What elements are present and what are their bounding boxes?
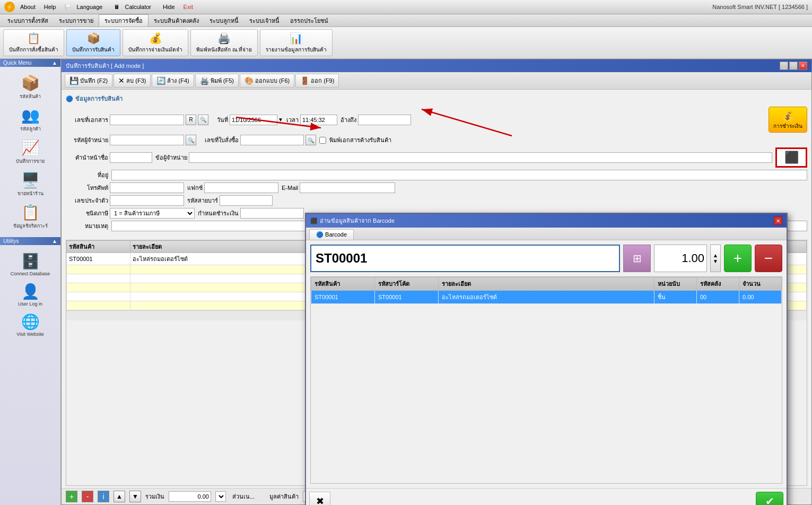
connect-db-icon: 🗄️ bbox=[21, 252, 40, 270]
utilities-header: Utilitys ▲ bbox=[0, 237, 60, 245]
sidebar-item-product[interactable]: 📦 รหัสสินค้า bbox=[2, 71, 58, 103]
col-unit: หน่วยนับ bbox=[654, 277, 697, 291]
qty-display: 1.00 bbox=[654, 245, 707, 272]
menu-setup[interactable]: ระบบการตั้งรหัส bbox=[2, 15, 54, 27]
btn-deposit[interactable]: 💰 บันทึกการจ่ายเงินมัดจำ bbox=[123, 29, 188, 56]
menu-purchase[interactable]: ระบบการจัดซื้อ bbox=[99, 14, 149, 27]
cancel-icon: ✖ bbox=[316, 495, 324, 505]
dialog-title-icon: ⬛ bbox=[310, 217, 318, 224]
result-qty: 0.00 bbox=[739, 291, 782, 304]
svg-line-1 bbox=[422, 109, 512, 136]
dialog-tab-barcode[interactable]: 🔵 Barcode bbox=[309, 229, 354, 240]
help-menu[interactable]: Help bbox=[41, 3, 59, 11]
btn-receive-goods[interactable]: 📦 บันทึกการรับสินค้า bbox=[66, 29, 120, 56]
menu-ar[interactable]: ระบบลูกหนี้ bbox=[204, 15, 244, 27]
result-barcode: ST00001 bbox=[375, 291, 439, 304]
btn-purchase-order[interactable]: 📋 บันทึกการสั่งซื้อสินค้า bbox=[3, 29, 64, 56]
dialog-close-btn[interactable]: ✕ bbox=[774, 216, 782, 225]
app-logo: ⚡ bbox=[4, 2, 15, 12]
table-row[interactable]: ST00001 ST00001 อะไหล่รถมอเตอร์ไซด์ ชิ้น… bbox=[311, 291, 782, 304]
barcode-input-row: ⊞ 1.00 ▲▼ + − bbox=[310, 245, 782, 272]
sidebar-item-customer[interactable]: 👥 รหัสลูกค้า bbox=[2, 103, 58, 136]
print-wht-icon: 🖨️ bbox=[217, 32, 231, 45]
quickmenu-collapse[interactable]: ▲ bbox=[52, 60, 57, 66]
sidebar-item-user-login[interactable]: 👤 User Log in bbox=[2, 280, 58, 310]
user-login-icon: 👤 bbox=[21, 283, 40, 300]
title-bar: ⚡ About Help 🏳️ Language 🖩 Calculator Hi… bbox=[0, 0, 812, 14]
about-menu[interactable]: About bbox=[17, 3, 39, 11]
dialog-footer: ✖ ✔ bbox=[306, 488, 787, 505]
col-qty: จำนวน bbox=[739, 277, 782, 291]
pos-icon: 🖥️ bbox=[21, 171, 40, 189]
dialog-tab-bar: 🔵 Barcode bbox=[306, 228, 787, 240]
receive-goods-icon: 📦 bbox=[87, 32, 100, 45]
menu-sale[interactable]: ระบบการขาย bbox=[54, 15, 99, 27]
dialog-ok-btn[interactable]: ✔ bbox=[756, 492, 783, 505]
barcode-dialog: ⬛ อ่านข้อมูลสินค้าจาก Barcode ✕ 🔵 Barcod… bbox=[305, 213, 788, 505]
dialog-title: ⬛ อ่านข้อมูลสินค้าจาก Barcode ✕ bbox=[306, 214, 787, 228]
main-toolbar: 📋 บันทึกการสั่งซื้อสินค้า 📦 บันทึกการรับ… bbox=[0, 27, 812, 59]
language-menu[interactable]: 🏳️ Language bbox=[61, 3, 109, 12]
menu-inventory[interactable]: ระบบสินค้าคงคลัง bbox=[149, 15, 204, 27]
exit-menu[interactable]: Exit bbox=[180, 3, 196, 11]
main-content: บันทึการรับสินค้า [ Add mode ] _ □ ✕ 💾 บ… bbox=[61, 59, 812, 505]
menu-utility[interactable]: อรรถประโยชน์ bbox=[285, 15, 334, 27]
grid-view-btn[interactable]: ⊞ bbox=[623, 245, 651, 272]
utilities-section: 🗄️ Connect Database 👤 User Log in 🌐 Visi… bbox=[0, 247, 60, 342]
menu-bar: ระบบการตั้งรหัส ระบบการขาย ระบบการจัดซื้… bbox=[0, 14, 812, 27]
btn-report[interactable]: 📊 รายงานข้อมูลการรับสินค้า bbox=[260, 29, 333, 56]
calculator-menu[interactable]: 🖩 Calculator bbox=[111, 3, 158, 11]
hide-menu[interactable]: Hide bbox=[160, 3, 178, 11]
info-icon: 📋 bbox=[21, 204, 40, 221]
result-code: ST00001 bbox=[311, 291, 375, 304]
tab-barcode-icon: 🔵 bbox=[316, 231, 325, 238]
col-code: รหัสสินค้า bbox=[311, 277, 375, 291]
purchase-order-icon: 📋 bbox=[27, 32, 40, 45]
dialog-title-text: อ่านข้อมูลสินค้าจาก Barcode bbox=[320, 216, 395, 225]
title-bar-menu: ⚡ About Help 🏳️ Language 🖩 Calculator Hi… bbox=[4, 2, 196, 12]
deposit-icon: 💰 bbox=[149, 32, 162, 45]
col-barcode: รหัสบาร์โค้ด bbox=[375, 277, 439, 291]
sidebar-item-pos[interactable]: 🖥️ ขายหน้าร้าน bbox=[2, 168, 58, 201]
report-icon: 📊 bbox=[290, 32, 303, 45]
col-detail: รายละเอียด bbox=[439, 277, 654, 291]
quickmenu-header: Quick Menu ▲ bbox=[0, 59, 60, 67]
dialog-cancel-btn[interactable]: ✖ bbox=[309, 492, 330, 505]
qty-remove-btn[interactable]: − bbox=[755, 245, 782, 272]
qty-spinner[interactable]: ▲▼ bbox=[710, 245, 721, 272]
sidebar-item-visit-website[interactable]: 🌐 Visit Website bbox=[2, 310, 58, 340]
menu-ap[interactable]: ระบบเจ้าหนี้ bbox=[244, 15, 285, 27]
utilities-collapse[interactable]: ▲ bbox=[52, 238, 57, 244]
barcode-search-input[interactable] bbox=[310, 245, 620, 272]
sidebar: Quick Menu ▲ 📦 รหัสสินค้า 👥 รหัสลูกค้า 📈… bbox=[0, 59, 61, 505]
sidebar-item-connect-db[interactable]: 🗄️ Connect Database bbox=[2, 249, 58, 280]
result-unit: ชิ้น bbox=[654, 291, 697, 304]
sidebar-item-sale-record[interactable]: 📈 บันทึกการขาย bbox=[2, 136, 58, 168]
barcode-result-table-container: รหัสสินค้า รหัสบาร์โค้ด รายละเอียด หน่วย… bbox=[310, 276, 782, 484]
btn-print-wht[interactable]: 🖨️ พิมพ์หนังสือทัก ณ.ที่จ่าย bbox=[190, 29, 258, 56]
barcode-dialog-overlay: ⬛ อ่านข้อมูลสินค้าจาก Barcode ✕ 🔵 Barcod… bbox=[61, 59, 812, 505]
quickmenu-section: 📦 รหัสสินค้า 👥 รหัสลูกค้า 📈 บันทึกการขาย… bbox=[0, 69, 60, 235]
col-warehouse: รหัสคลัง bbox=[697, 277, 739, 291]
qty-add-btn[interactable]: + bbox=[724, 245, 752, 272]
product-icon: 📦 bbox=[21, 74, 40, 92]
sale-record-icon: 📈 bbox=[21, 139, 40, 156]
svg-line-2 bbox=[236, 117, 321, 128]
barcode-result-table: รหัสสินค้า รหัสบาร์โค้ด รายละเอียด หน่วย… bbox=[311, 277, 782, 304]
customer-icon: 👥 bbox=[21, 107, 40, 124]
sidebar-item-info[interactable]: 📋 ข้อมูลชิจริตกาะร์ bbox=[2, 201, 58, 233]
result-warehouse: 00 bbox=[697, 291, 739, 304]
app-title: Nanosoft Smart INV.NET [ 1234566 ] bbox=[712, 4, 808, 10]
visit-website-icon: 🌐 bbox=[21, 313, 40, 330]
dialog-body: ⊞ 1.00 ▲▼ + − bbox=[306, 240, 787, 488]
result-detail: อะไหล่รถมอเตอร์ไซด์ bbox=[439, 291, 654, 304]
